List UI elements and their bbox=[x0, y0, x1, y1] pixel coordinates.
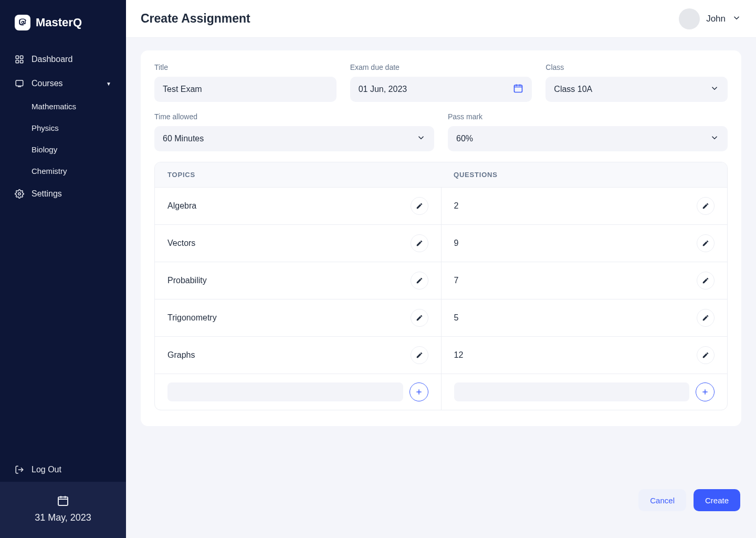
table-add-row bbox=[155, 374, 727, 410]
questions-count: 12 bbox=[454, 350, 464, 360]
add-question-button[interactable] bbox=[696, 382, 715, 401]
sidebar-footer: Log Out 31 May, 2023 bbox=[0, 458, 126, 538]
time-allowed-select[interactable]: 60 Minutes bbox=[154, 126, 434, 151]
sidebar-item-mathematics[interactable]: Mathematics bbox=[32, 96, 126, 117]
topic-name: Vectors bbox=[167, 239, 195, 248]
edit-questions-button[interactable] bbox=[697, 234, 715, 252]
chevron-down-icon: ▼ bbox=[106, 81, 111, 87]
title-input[interactable]: Test Exam bbox=[154, 77, 337, 102]
topic-name: Algebra bbox=[167, 201, 196, 211]
th-questions: QUESTIONS bbox=[441, 162, 727, 187]
page-title: Create Assignment bbox=[141, 12, 250, 26]
logout-icon bbox=[15, 465, 24, 474]
svg-rect-4 bbox=[16, 80, 23, 86]
topic-name: Trigonometry bbox=[167, 313, 217, 323]
edit-topic-button[interactable] bbox=[411, 234, 428, 252]
edit-topic-button[interactable] bbox=[411, 309, 428, 327]
user-menu[interactable]: John bbox=[679, 8, 741, 29]
gear-icon bbox=[15, 189, 24, 199]
chevron-down-icon bbox=[416, 133, 426, 144]
topics-table: TOPICS QUESTIONS Algebra2Vectors9Probabi… bbox=[154, 162, 728, 410]
edit-topic-button[interactable] bbox=[411, 346, 428, 364]
table-row: Trigonometry5 bbox=[155, 299, 727, 336]
calendar-icon bbox=[513, 83, 523, 96]
questions-cell: 9 bbox=[441, 225, 728, 262]
edit-topic-button[interactable] bbox=[411, 197, 428, 215]
class-select[interactable]: Class 10A bbox=[545, 77, 728, 102]
add-topic-button[interactable] bbox=[410, 382, 428, 401]
questions-count: 5 bbox=[454, 313, 459, 323]
chevron-down-icon bbox=[732, 13, 741, 25]
courses-icon bbox=[15, 79, 24, 88]
label-due-date: Exam due date bbox=[350, 63, 532, 71]
table-row: Vectors9 bbox=[155, 224, 727, 262]
label-class: Class bbox=[545, 63, 728, 71]
sidebar-item-logout[interactable]: Log Out bbox=[0, 458, 126, 482]
sidebar-item-chemistry[interactable]: Chemistry bbox=[32, 160, 126, 182]
sidebar: MasterQ Dashboard Courses ▼ Mathematics … bbox=[0, 0, 126, 538]
calendar-icon bbox=[57, 494, 69, 507]
main: Create Assignment John Title Test Exam E… bbox=[126, 0, 756, 538]
sidebar-item-courses[interactable]: Courses ▼ bbox=[0, 71, 126, 96]
field-time-allowed: Time allowed 60 Minutes bbox=[154, 112, 434, 151]
form-actions: Cancel Create bbox=[141, 489, 741, 511]
nav: Dashboard Courses ▼ Mathematics Physics … bbox=[0, 42, 126, 211]
chevron-down-icon bbox=[710, 84, 719, 95]
header: Create Assignment John bbox=[126, 0, 756, 38]
field-pass-mark: Pass mark 60% bbox=[448, 112, 728, 151]
edit-topic-button[interactable] bbox=[411, 272, 428, 289]
svg-rect-2 bbox=[16, 60, 18, 63]
svg-rect-3 bbox=[20, 60, 23, 63]
sidebar-date-box: 31 May, 2023 bbox=[0, 482, 126, 538]
sidebar-item-physics[interactable]: Physics bbox=[32, 117, 126, 139]
topic-cell: Graphs bbox=[155, 337, 441, 374]
label-pass-mark: Pass mark bbox=[448, 112, 728, 121]
topic-name: Graphs bbox=[167, 350, 195, 360]
dashboard-icon bbox=[15, 55, 24, 64]
topic-name: Probability bbox=[167, 276, 207, 285]
brand-logo-icon bbox=[15, 15, 30, 30]
field-due-date: Exam due date 01 Jun, 2023 bbox=[350, 63, 532, 102]
table-header: TOPICS QUESTIONS bbox=[155, 162, 727, 187]
brand-name: MasterQ bbox=[36, 16, 82, 29]
add-topic-input[interactable] bbox=[167, 382, 403, 401]
pass-mark-select[interactable]: 60% bbox=[448, 126, 728, 151]
table-row: Graphs12 bbox=[155, 336, 727, 374]
sidebar-item-dashboard[interactable]: Dashboard bbox=[0, 47, 126, 71]
topic-cell: Vectors bbox=[155, 225, 441, 262]
questions-cell: 5 bbox=[441, 299, 728, 336]
sidebar-item-label: Settings bbox=[32, 189, 62, 199]
questions-count: 9 bbox=[454, 239, 459, 248]
edit-questions-button[interactable] bbox=[697, 197, 715, 215]
sidebar-item-label: Log Out bbox=[32, 465, 61, 474]
field-class: Class Class 10A bbox=[545, 63, 728, 102]
add-topic-cell bbox=[155, 374, 441, 410]
edit-questions-button[interactable] bbox=[697, 309, 715, 327]
svg-rect-7 bbox=[514, 85, 522, 92]
svg-rect-0 bbox=[16, 56, 18, 58]
th-topics: TOPICS bbox=[155, 162, 441, 187]
label-title: Title bbox=[154, 63, 337, 71]
create-button[interactable]: Create bbox=[694, 489, 740, 511]
questions-cell: 2 bbox=[441, 188, 728, 224]
svg-point-5 bbox=[18, 193, 21, 195]
sidebar-item-label: Dashboard bbox=[32, 55, 72, 64]
topic-cell: Probability bbox=[155, 262, 441, 299]
add-question-cell bbox=[441, 374, 728, 410]
label-time-allowed: Time allowed bbox=[154, 112, 434, 121]
sidebar-item-biology[interactable]: Biology bbox=[32, 139, 126, 160]
due-date-input[interactable]: 01 Jun, 2023 bbox=[350, 77, 532, 102]
table-row: Probability7 bbox=[155, 262, 727, 299]
topic-cell: Algebra bbox=[155, 188, 441, 224]
questions-count: 2 bbox=[454, 201, 459, 211]
edit-questions-button[interactable] bbox=[697, 346, 715, 364]
questions-cell: 12 bbox=[441, 337, 728, 374]
topic-cell: Trigonometry bbox=[155, 299, 441, 336]
sidebar-item-label: Courses bbox=[32, 79, 63, 88]
sidebar-date: 31 May, 2023 bbox=[0, 512, 126, 523]
sidebar-item-settings[interactable]: Settings bbox=[0, 182, 126, 206]
add-question-input[interactable] bbox=[454, 382, 690, 401]
cancel-button[interactable]: Cancel bbox=[638, 489, 686, 511]
field-title: Title Test Exam bbox=[154, 63, 337, 102]
edit-questions-button[interactable] bbox=[697, 272, 715, 289]
